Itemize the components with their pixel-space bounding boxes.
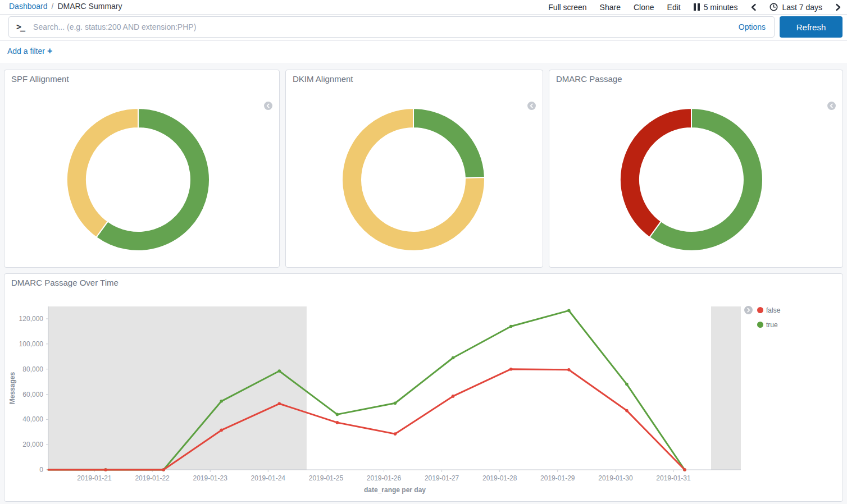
x-tick-label: 2019-01-29 [540,474,575,482]
dashboard-grid: SPF Allignment DKIM Alignment DMARC Pass… [0,63,847,504]
donut-slice[interactable] [620,108,691,237]
share-button[interactable]: Share [600,3,621,12]
data-point-true[interactable] [625,383,629,386]
x-tick-label: 2019-01-22 [135,474,170,482]
search-bar-row: >_ Options Refresh [0,15,847,41]
legend-collapse-icon[interactable] [827,102,836,110]
y-tick-label: 0 [39,466,43,474]
clock-icon [769,3,778,11]
spf-donut-chart [60,101,217,258]
data-point-true[interactable] [452,356,455,360]
pause-icon[interactable] [694,3,700,11]
data-point-true[interactable] [567,309,571,313]
time-range-label: Last 7 days [782,3,822,12]
panel-title: DMARC Passage [556,74,622,84]
full-screen-button[interactable]: Full screen [548,3,586,12]
x-tick-label: 2019-01-23 [193,474,228,482]
data-point-true[interactable] [336,413,339,416]
refresh-interval-label: 5 minutes [704,3,738,12]
data-point-false[interactable] [683,468,686,471]
add-filter-label: Add a filter [7,47,45,56]
chevron-right-icon [835,3,841,11]
data-point-false[interactable] [336,421,339,424]
panel-title: DKIM Alignment [293,74,353,84]
data-point-false[interactable] [162,468,165,471]
legend-collapse-icon[interactable] [527,102,536,110]
time-bound-shade [711,306,741,470]
time-bound-shade [48,306,307,470]
y-tick-label: 40,000 [22,415,43,423]
legend-dot-false [757,307,763,313]
donut-slice[interactable] [413,108,485,178]
panel-title: DMARC Passage Over Time [11,278,119,287]
clone-button[interactable]: Clone [634,3,654,12]
data-point-false[interactable] [567,368,571,372]
console-prompt-icon: >_ [16,22,24,32]
plus-icon: + [47,47,52,55]
data-point-false[interactable] [278,402,281,406]
passage-over-time-chart: 020,00040,00060,00080,000100,000120,0002… [4,274,844,502]
y-axis-title: Messages [8,372,16,404]
legend-item-false[interactable]: false [744,306,840,314]
dkim-donut-chart [335,101,492,258]
y-tick-label: 80,000 [22,365,43,373]
x-tick-label: 2019-01-30 [598,474,633,482]
x-tick-label: 2019-01-25 [309,474,344,482]
filter-bar: Add a filter + [0,41,847,63]
refresh-interval-picker[interactable]: 5 minutes [694,3,738,12]
legend-collapse-icon[interactable] [264,102,272,110]
breadcrumb: Dashboard / DMARC Summary [9,2,122,11]
data-point-true[interactable] [509,325,513,328]
panel-dkim-alignment: DKIM Alignment [285,70,543,268]
data-point-true[interactable] [394,401,397,405]
panel-title: SPF Allignment [11,74,69,84]
page-title: DMARC Summary [57,2,122,11]
x-tick-label: 2019-01-21 [77,474,112,482]
y-tick-label: 120,000 [19,315,44,323]
x-tick-label: 2019-01-24 [251,474,286,482]
x-tick-label: 2019-01-28 [482,474,517,482]
donut-slice[interactable] [67,108,138,237]
add-filter-button[interactable]: Add a filter + [7,47,52,56]
top-nav-bar: Dashboard / DMARC Summary Full screen Sh… [0,0,847,15]
legend-toggle-icon[interactable] [744,306,753,314]
x-axis-title: date_range per day [364,486,426,494]
legend-item-true[interactable]: true [757,320,840,329]
panel-spf-alignment: SPF Allignment [4,70,280,268]
data-point-true[interactable] [220,400,223,403]
data-point-false[interactable] [625,409,629,413]
time-back-button[interactable] [750,3,757,11]
panel-dmarc-passage-over-time: 020,00040,00060,00080,000100,000120,0002… [4,273,843,502]
breadcrumb-separator: / [52,2,54,11]
top-menu: Full screen Share Clone Edit 5 minutes L… [548,0,841,14]
data-point-false[interactable] [394,432,397,436]
x-tick-label: 2019-01-31 [656,474,691,482]
chart-legend: false true [744,306,840,335]
y-tick-label: 100,000 [19,340,44,348]
legend-dot-true [757,322,763,328]
time-range-picker[interactable]: Last 7 days [769,3,822,12]
legend-label-false: false [766,306,780,314]
data-point-true[interactable] [278,369,281,373]
data-point-false[interactable] [509,368,513,371]
y-tick-label: 60,000 [22,391,43,398]
x-tick-label: 2019-01-27 [425,474,459,482]
dmarc-donut-chart [613,101,770,258]
refresh-button[interactable]: Refresh [780,16,843,38]
data-point-false[interactable] [104,468,107,471]
x-tick-label: 2019-01-26 [367,474,402,482]
data-point-false[interactable] [220,429,223,432]
breadcrumb-dashboard-link[interactable]: Dashboard [9,2,48,11]
search-box: >_ Options [8,16,775,38]
time-forward-button[interactable] [835,3,841,11]
legend-label-true: true [766,321,778,329]
panel-dmarc-passage: DMARC Passage [549,70,843,268]
y-tick-label: 20,000 [22,441,43,448]
data-point-false[interactable] [452,395,455,398]
edit-button[interactable]: Edit [667,3,681,12]
options-link[interactable]: Options [739,22,766,31]
chevron-left-icon [750,3,757,11]
search-input[interactable] [32,22,730,32]
